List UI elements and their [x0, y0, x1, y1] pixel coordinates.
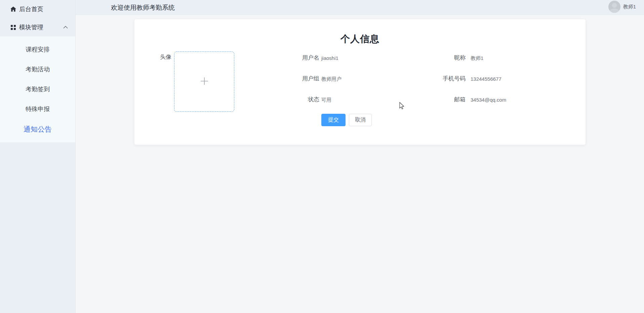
sidebar-item-label: 模块管理 — [19, 23, 43, 31]
content-area: 个人信息 头像 用户名 jiaoshi1 用户组 教师用户 状态 可用 昵称 教… — [76, 15, 644, 313]
top-header: 欢迎使用教师考勤系统 教师1 — [76, 0, 644, 15]
avatar[interactable] — [608, 1, 620, 13]
nickname-label: 昵称 — [412, 54, 466, 62]
welcome-text: 欢迎使用教师考勤系统 — [111, 3, 175, 12]
phone-value: 13244556677 — [471, 75, 501, 83]
user-name: 教师1 — [623, 4, 636, 10]
phone-label: 手机号码 — [412, 75, 466, 82]
main-area: 欢迎使用教师考勤系统 教师1 个人信息 头像 用户名 jiaoshi1 — [76, 0, 644, 313]
sidebar-item-notice[interactable]: 通知公告 — [0, 119, 75, 139]
email-label: 邮箱 — [412, 96, 466, 103]
sidebar-submenu: 课程安排 考勤活动 考勤签到 特殊申报 通知公告 — [0, 36, 75, 142]
cancel-button[interactable]: 取消 — [349, 114, 372, 126]
group-label: 用户组 — [266, 75, 319, 82]
avatar-field-label: 头像 — [118, 54, 171, 61]
sidebar: 后台首页 模块管理 课程安排 考勤活动 考勤签到 特殊申报 通知公告 — [0, 0, 76, 313]
plus-icon — [200, 77, 209, 87]
user-menu[interactable]: 教师1 — [608, 1, 636, 13]
sidebar-item-attendance-activity[interactable]: 考勤活动 — [0, 60, 75, 79]
avatar-upload-box[interactable] — [174, 51, 234, 112]
email-value: 34534@qq.com — [471, 96, 506, 104]
sidebar-item-label: 后台首页 — [19, 5, 43, 13]
sidebar-item-course-schedule[interactable]: 课程安排 — [0, 40, 75, 60]
sidebar-item-dashboard[interactable]: 后台首页 — [0, 0, 75, 18]
profile-card: 个人信息 头像 用户名 jiaoshi1 用户组 教师用户 状态 可用 昵称 教… — [134, 19, 586, 145]
page-title: 个人信息 — [134, 33, 586, 45]
status-label: 状态 — [266, 96, 319, 103]
username-label: 用户名 — [266, 54, 319, 62]
group-value: 教师用户 — [321, 75, 341, 83]
nickname-value: 教师1 — [471, 55, 483, 62]
home-icon — [10, 6, 16, 12]
app-window: 后台首页 模块管理 课程安排 考勤活动 考勤签到 特殊申报 通知公告 — [0, 0, 644, 313]
submit-button[interactable]: 提交 — [321, 114, 346, 126]
chevron-up-icon — [63, 26, 68, 29]
username-value: jiaoshi1 — [321, 55, 338, 62]
sidebar-item-special-report[interactable]: 特殊申报 — [0, 99, 75, 119]
status-value: 可用 — [321, 96, 331, 104]
grid-icon — [10, 24, 16, 30]
sidebar-item-attendance-signin[interactable]: 考勤签到 — [0, 79, 75, 99]
sidebar-item-modules[interactable]: 模块管理 — [0, 18, 75, 36]
